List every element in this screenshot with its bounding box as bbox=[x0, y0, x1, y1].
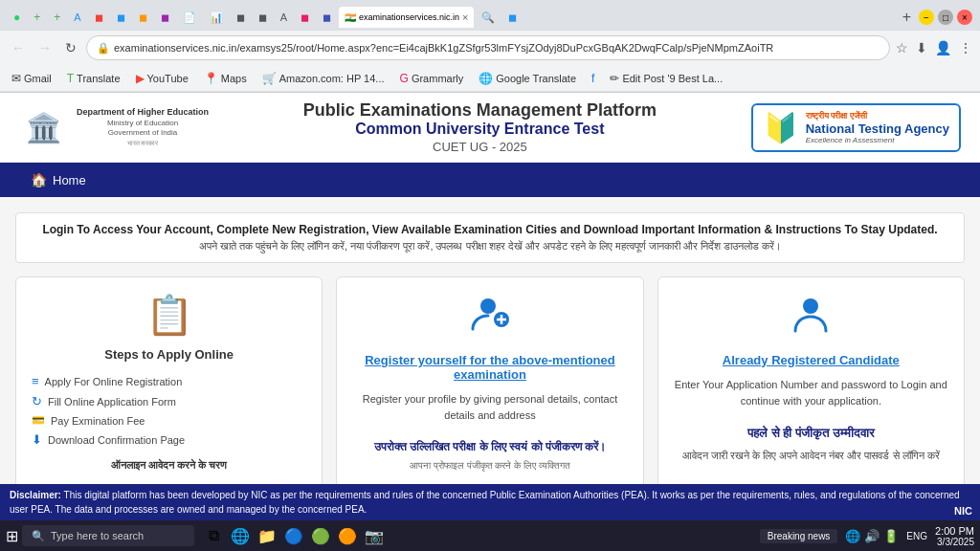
bookmark-grammarly[interactable]: G Grammarly bbox=[396, 70, 468, 87]
tab-13[interactable]: ◼ bbox=[317, 7, 337, 28]
taskbar-app4-icon[interactable]: 📷 bbox=[363, 524, 386, 547]
header-left: 🏛️ Department of Higher Education Minist… bbox=[19, 103, 209, 151]
already-hindi-body: आवेदन जारी रखने के लिए अपने आवेदन नंबर औ… bbox=[682, 448, 940, 464]
exam-code: CUET UG - 2025 bbox=[303, 140, 657, 154]
bookmark-youtube[interactable]: ▶ YouTube bbox=[132, 70, 192, 87]
battery-icon[interactable]: 🔋 bbox=[883, 529, 899, 543]
tab-16[interactable]: ◼ bbox=[502, 7, 523, 28]
tab-9[interactable]: ◼ bbox=[231, 7, 251, 28]
steps-icon: 📋 bbox=[145, 293, 193, 338]
nta-emblem-icon: 🔰 bbox=[763, 111, 798, 144]
bookmark-gmail[interactable]: ✉ Gmail bbox=[8, 70, 56, 87]
clock-time: 2:00 PM bbox=[935, 525, 974, 537]
reload-button[interactable]: ↻ bbox=[61, 38, 80, 57]
tab-whatsapp[interactable]: ● bbox=[8, 7, 26, 28]
gov-text: Department of Higher Education Ministry … bbox=[77, 107, 209, 147]
forward-button[interactable]: → bbox=[34, 38, 56, 57]
disclaimer-text: This digital platform has been developed… bbox=[10, 490, 960, 515]
already-icon bbox=[790, 293, 832, 343]
step-2[interactable]: Fill Online Application Form bbox=[32, 391, 306, 411]
tab-3[interactable]: A bbox=[68, 7, 86, 28]
gov-govt: Government of India bbox=[77, 128, 209, 138]
clock-date: 3/3/2025 bbox=[935, 537, 974, 547]
taskbar-explorer-icon[interactable]: 📁 bbox=[256, 524, 278, 547]
taskbar-app2-icon[interactable]: 🟢 bbox=[309, 524, 332, 547]
steps-title: Steps to Apply Online bbox=[104, 347, 234, 362]
site-header: 🏛️ Department of Higher Education Minist… bbox=[0, 93, 980, 163]
register-title[interactable]: Register yourself for the above-mentione… bbox=[352, 353, 627, 382]
nta-hindi: राष्ट्रीय परीक्षा एजेंसी bbox=[806, 111, 949, 121]
url-text: examinationservices.nic.in/examsys25/roo… bbox=[114, 42, 773, 54]
already-hindi-title: पहले से ही पंजीकृत उम्मीदवार bbox=[747, 424, 874, 444]
bookmark-amazon[interactable]: 🛒 Amazon.com: HP 14... bbox=[258, 70, 389, 87]
taskbar: ⊞ 🔍 Type here to search ⧉ 🌐 📁 🔵 🟢 🟠 📷 Br… bbox=[0, 520, 980, 551]
nav-home-link[interactable]: 🏠 Home bbox=[19, 165, 98, 195]
network-icon[interactable]: 🌐 bbox=[845, 529, 860, 543]
card-register: Register yourself for the above-mentione… bbox=[336, 276, 643, 491]
maximize-button[interactable]: □ bbox=[938, 10, 953, 25]
already-body: Enter Your Application Number and passwo… bbox=[674, 377, 948, 408]
cards-row: 📋 Steps to Apply Online Apply For Online… bbox=[15, 276, 965, 491]
step-1[interactable]: Apply For Online Registration bbox=[32, 371, 306, 391]
bookmark-translate[interactable]: T Translate bbox=[63, 70, 124, 87]
bookmark-maps[interactable]: 📍 Maps bbox=[200, 70, 251, 87]
taskbar-app3-icon[interactable]: 🟠 bbox=[336, 524, 359, 547]
step-4[interactable]: Download Confirmation Page bbox=[32, 430, 306, 450]
new-tab-button[interactable]: + bbox=[897, 9, 917, 26]
tab-12[interactable]: ◼ bbox=[295, 7, 315, 28]
minimize-button[interactable]: − bbox=[919, 10, 934, 25]
taskbar-lang: ENG bbox=[906, 531, 927, 541]
notice-main-text: Login To Access Your Account, Complete N… bbox=[32, 223, 948, 236]
back-button[interactable]: ← bbox=[8, 38, 29, 57]
tab-sheets[interactable]: 📊 bbox=[204, 7, 229, 28]
site-nav: 🏠 Home bbox=[0, 163, 980, 197]
news-text: Breaking news bbox=[768, 531, 831, 541]
download-icon[interactable]: ⬇ bbox=[916, 40, 927, 55]
taskbar-multitask-icon[interactable]: ⧉ bbox=[202, 524, 225, 547]
taskbar-time[interactable]: 2:00 PM 3/3/2025 bbox=[935, 525, 974, 547]
tab-10[interactable]: ◼ bbox=[253, 7, 273, 28]
tab-7[interactable]: ◼ bbox=[155, 7, 175, 28]
taskbar-app1-icon[interactable]: 🔵 bbox=[282, 524, 305, 547]
bookmark-star-icon[interactable]: ☆ bbox=[896, 40, 908, 55]
menu-icon[interactable]: ⋮ bbox=[959, 40, 972, 55]
steps-hindi: ऑनलाइन आवेदन करने के चरण bbox=[111, 457, 227, 474]
tab-2[interactable]: + bbox=[48, 7, 66, 28]
tab-11[interactable]: A bbox=[275, 7, 293, 28]
exam-title: Common University Entrance Test bbox=[303, 121, 657, 138]
tab-close-icon[interactable]: × bbox=[462, 11, 468, 23]
tab-1[interactable]: + bbox=[28, 7, 46, 28]
taskbar-icons: ⧉ 🌐 📁 🔵 🟢 🟠 📷 bbox=[202, 524, 386, 547]
windows-start-icon[interactable]: ⊞ bbox=[6, 527, 18, 545]
gov-ministry: Ministry of Education bbox=[77, 119, 209, 128]
taskbar-search[interactable]: 🔍 Type here to search bbox=[22, 525, 194, 546]
gov-emblem: 🏛️ bbox=[19, 103, 67, 151]
volume-icon[interactable]: 🔊 bbox=[864, 529, 880, 543]
taskbar-news[interactable]: Breaking news bbox=[760, 529, 838, 543]
tab-4[interactable]: ◼ bbox=[89, 7, 109, 28]
nta-tagline: Excellence in Assessment bbox=[806, 136, 949, 144]
register-footer: आपना प्रोफाइल पंजीकृत करने के लिए व्यक्त… bbox=[410, 460, 570, 472]
bookmark-gtranslate[interactable]: 🌐 Google Translate bbox=[475, 70, 580, 87]
close-button[interactable]: × bbox=[957, 10, 972, 25]
step-3[interactable]: Pay Exmination Fee bbox=[32, 411, 306, 430]
register-icon bbox=[469, 293, 511, 343]
nta-text-block: राष्ट्रीय परीक्षा एजेंसी National Testin… bbox=[806, 111, 949, 144]
tab-docs[interactable]: 📄 bbox=[177, 7, 202, 28]
nta-logo: 🔰 राष्ट्रीय परीक्षा एजेंसी National Test… bbox=[751, 103, 961, 152]
url-bar[interactable]: 🔒 examinationservices.nic.in/examsys25/r… bbox=[86, 35, 890, 60]
gov-dept: Department of Higher Education bbox=[77, 107, 209, 119]
bookmark-fb[interactable]: f bbox=[588, 70, 598, 87]
already-title[interactable]: Already Registered Candidate bbox=[723, 353, 900, 367]
page-content: 🏛️ Department of Higher Education Minist… bbox=[0, 93, 980, 542]
platform-title: Public Examinations Management Platform bbox=[303, 100, 657, 121]
nic-badge: NIC bbox=[947, 501, 980, 521]
card-already: Already Registered Candidate Enter Your … bbox=[657, 276, 965, 491]
bookmark-edit[interactable]: ✏ Edit Post '9 Best La... bbox=[606, 70, 726, 87]
tab-5[interactable]: ◼ bbox=[111, 7, 131, 28]
tab-active[interactable]: 🇮🇳 examinationservices.nic.in × bbox=[339, 7, 474, 28]
profile-icon[interactable]: 👤 bbox=[935, 40, 951, 55]
tab-15[interactable]: 🔍 bbox=[476, 7, 501, 28]
taskbar-browser-icon[interactable]: 🌐 bbox=[229, 524, 252, 547]
tab-6[interactable]: ◼ bbox=[133, 7, 153, 28]
